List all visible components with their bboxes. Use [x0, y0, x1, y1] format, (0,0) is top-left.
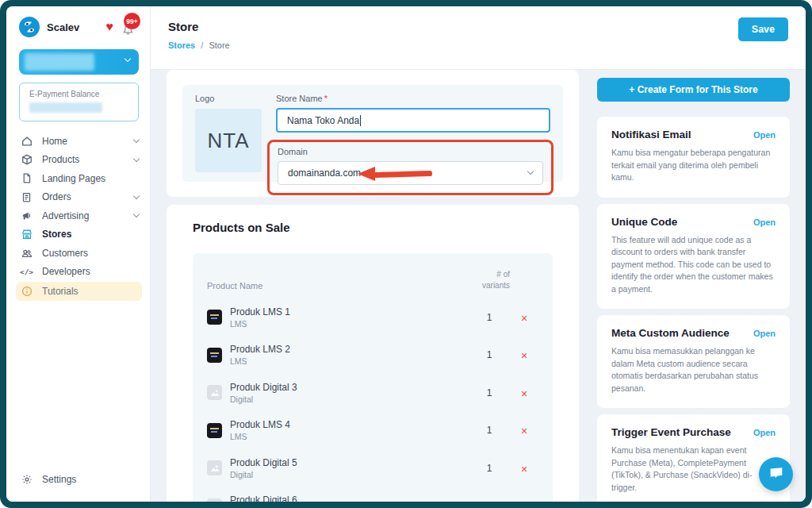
epayment-label: E-Payment Balance — [29, 90, 128, 98]
breadcrumb: Stores / Store — [168, 40, 790, 50]
table-row[interactable]: Produk Digital 6 Digital 1 ✕ — [207, 487, 538, 502]
product-thumbnail-placeholder — [207, 460, 222, 475]
heart-icon[interactable]: ♥ — [106, 21, 114, 33]
account-name-redacted — [25, 53, 94, 71]
sidebar-item-customers[interactable]: Customers — [6, 244, 150, 263]
chevron-down-icon — [133, 137, 140, 143]
breadcrumb-stores-link[interactable]: Stores — [168, 40, 195, 50]
open-link[interactable]: Open — [753, 329, 776, 338]
store-name-value: Nama Toko Anda — [287, 115, 359, 126]
product-thumbnail-placeholder — [207, 385, 222, 400]
screenshot-frame: Scalev ♥ 99+ E-Payment Balance — [0, 0, 812, 508]
sidebar: Scalev ♥ 99+ E-Payment Balance — [6, 6, 151, 502]
chevron-down-icon — [527, 168, 534, 175]
sidebar-item-home[interactable]: Home — [6, 132, 150, 151]
remove-product-icon[interactable]: ✕ — [520, 464, 527, 474]
column-variants: # of variants — [469, 269, 510, 291]
notification-badge: 99+ — [124, 13, 140, 29]
users-icon — [21, 247, 33, 259]
notifications-bell[interactable]: 99+ — [120, 14, 139, 40]
remove-product-icon[interactable]: ✕ — [520, 314, 527, 323]
sidebar-item-tutorials[interactable]: Tutorials — [16, 282, 142, 301]
table-row[interactable]: Produk Digital 3 Digital 1 ✕ — [207, 374, 538, 412]
account-selector[interactable] — [19, 49, 139, 75]
chat-widget-button[interactable] — [759, 457, 793, 491]
products-title: Products on Sale — [193, 221, 553, 234]
clipboard-icon — [21, 191, 33, 203]
save-button[interactable]: Save — [738, 17, 788, 41]
product-thumbnail — [207, 310, 222, 325]
info-icon — [21, 286, 33, 298]
settings-card-unique-code: Unique CodeOpen This feature will add un… — [597, 204, 790, 310]
code-icon: </> — [21, 266, 33, 278]
table-header: Product Name # of variants — [207, 263, 538, 298]
table-row[interactable]: Produk LMS 1 LMS 1 ✕ — [207, 298, 538, 337]
required-asterisk: * — [324, 94, 327, 103]
page-title: Store — [168, 20, 790, 33]
chevron-down-icon — [133, 193, 140, 199]
sidebar-item-settings[interactable]: Settings — [6, 471, 150, 490]
settings-card-trigger-event-purchase: Trigger Event PurchaseOpen Kamu bisa men… — [597, 414, 790, 502]
sidebar-item-products[interactable]: Products — [6, 151, 150, 170]
settings-card-notifikasi-email: Notifikasi EmailOpen Kamu bisa mengatur … — [597, 117, 790, 198]
products-table: Product Name # of variants Produk LMS 1 — [193, 253, 553, 502]
annotation-arrow — [358, 168, 432, 180]
chevron-down-icon — [133, 156, 140, 162]
store-name-input[interactable]: Nama Toko Anda — [276, 108, 550, 133]
product-thumbnail — [207, 348, 222, 363]
sidebar-item-advertising[interactable]: Advertising — [6, 206, 150, 225]
epayment-balance-box[interactable]: E-Payment Balance — [19, 83, 139, 121]
text-caret — [360, 115, 361, 126]
store-logo-placeholder[interactable]: NTA — [195, 109, 262, 172]
chevron-down-icon — [133, 211, 140, 217]
remove-product-icon[interactable]: ✕ — [520, 426, 527, 436]
sidebar-item-landing-pages[interactable]: Landing Pages — [6, 169, 150, 188]
chat-bubble-icon — [768, 464, 785, 485]
app-name: Scalev — [47, 21, 106, 33]
product-thumbnail — [207, 423, 222, 438]
breadcrumb-separator: / — [201, 40, 203, 50]
create-form-button[interactable]: + Create Form for This Store — [597, 78, 790, 102]
megaphone-icon — [21, 210, 33, 221]
store-settings-column: + Create Form for This Store Notifikasi … — [597, 70, 790, 502]
remove-product-icon[interactable]: ✕ — [520, 389, 527, 398]
store-form-card: Logo NTA Store Name* Nama Toko Anda D — [167, 70, 579, 197]
logo-field: Logo NTA — [195, 94, 262, 172]
open-link[interactable]: Open — [753, 217, 776, 227]
domain-select[interactable]: domainanda.com — [278, 161, 543, 185]
settings-card-meta-custom-audience: Meta Custom AudienceOpen Kamu bisa memas… — [597, 315, 790, 408]
epayment-amount-redacted — [29, 102, 102, 113]
sidebar-menu: Home Products Landing Pages Orders Adver… — [6, 132, 150, 301]
table-row[interactable]: Produk LMS 2 LMS 1 ✕ — [207, 337, 538, 375]
sidebar-item-orders[interactable]: Orders — [6, 188, 150, 207]
sidebar-item-stores[interactable]: Stores — [6, 225, 150, 244]
chevron-down-icon — [124, 56, 131, 62]
content: Logo NTA Store Name* Nama Toko Anda D — [151, 70, 806, 502]
store-fields: Store Name* Nama Toko Anda Domain domain… — [276, 94, 550, 172]
settings-row: Settings — [6, 471, 150, 490]
page-header: Store Stores / Store Save — [151, 6, 806, 70]
logo-label: Logo — [195, 94, 262, 103]
table-row[interactable]: Produk LMS 4 LMS 1 ✕ — [207, 412, 538, 450]
storefront-icon — [21, 229, 33, 241]
domain-value: domainanda.com — [288, 167, 361, 179]
store-name-label: Store Name* — [276, 94, 550, 103]
scalev-logo-icon — [19, 17, 40, 37]
open-link[interactable]: Open — [753, 130, 776, 140]
domain-label: Domain — [278, 147, 543, 156]
products-card: Products on Sale Product Name # of varia… — [167, 205, 579, 502]
main-area: Store Stores / Store Save Logo NTA — [151, 6, 806, 502]
store-form-panel: Logo NTA Store Name* Nama Toko Anda D — [182, 85, 563, 182]
breadcrumb-current: Store — [209, 40, 229, 50]
sidebar-item-developers[interactable]: </> Developers — [6, 263, 150, 282]
app-window: Scalev ♥ 99+ E-Payment Balance — [6, 6, 806, 502]
document-icon — [21, 172, 33, 184]
open-link[interactable]: Open — [753, 428, 776, 437]
column-product-name: Product Name — [207, 281, 469, 291]
home-icon — [21, 135, 33, 147]
store-detail-column: Logo NTA Store Name* Nama Toko Anda D — [167, 70, 579, 502]
remove-product-icon[interactable]: ✕ — [520, 351, 527, 360]
package-icon — [21, 154, 33, 166]
table-row[interactable]: Produk Digital 5 Digital 1 ✕ — [207, 449, 538, 487]
product-thumbnail-placeholder — [207, 498, 222, 502]
